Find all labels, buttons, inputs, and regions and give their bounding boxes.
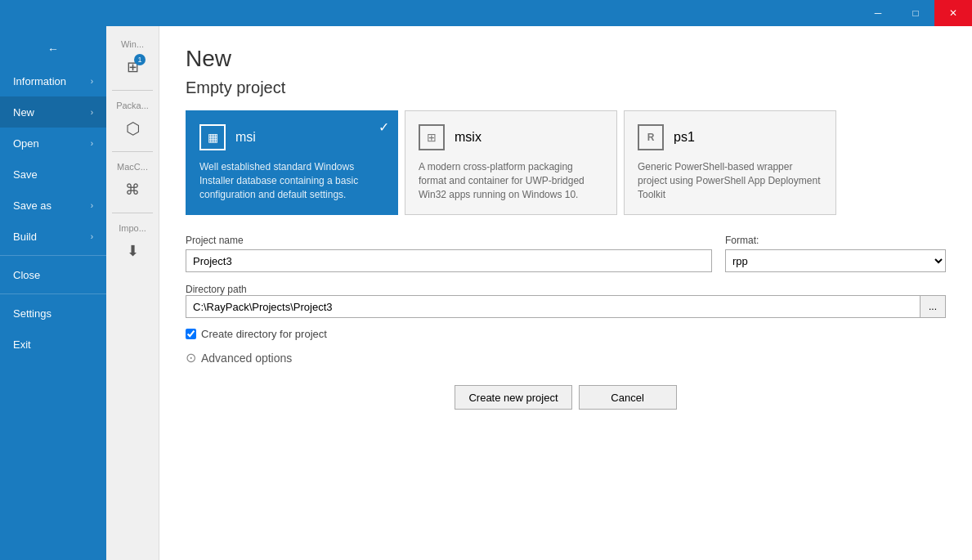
macos-section-label: MacC...: [117, 162, 148, 172]
panel-divider: [112, 90, 153, 91]
sidebar-item-open[interactable]: Open ›: [0, 128, 106, 159]
title-bar: ─ □ ✕: [0, 0, 972, 26]
project-cards: ▦ msi Well established standard Windows …: [186, 110, 946, 215]
create-project-button[interactable]: Create new project: [455, 385, 571, 410]
chevron-icon: ›: [91, 77, 93, 86]
sidebar-item-save[interactable]: Save: [0, 159, 106, 190]
project-card-msi[interactable]: ▦ msi Well established standard Windows …: [186, 110, 398, 215]
directory-browse-button[interactable]: ...: [920, 295, 946, 318]
create-directory-label: Create directory for project: [201, 328, 327, 340]
import-icon[interactable]: ⬇: [116, 235, 149, 267]
panel-divider: [112, 151, 153, 152]
restore-button[interactable]: □: [897, 0, 934, 26]
left-panel: Win... ⊞ 1 Packa... ⬡ MacC... ⌘ Impo...: [106, 26, 159, 560]
msi-description: Well established standard Windows Instal…: [199, 160, 384, 201]
sidebar-item-exit[interactable]: Exit: [0, 329, 106, 360]
directory-input[interactable]: [186, 295, 920, 318]
dialog-container: Empty project ▦ msi Well established sta…: [186, 78, 946, 410]
directory-input-row: ...: [186, 295, 946, 318]
sidebar: ← Information › New › Open › Save Save a…: [0, 26, 106, 560]
dialog-title: Empty project: [186, 78, 946, 97]
project-card-msix[interactable]: ⊞ msix A modern cross-platform packaging…: [405, 110, 617, 215]
project-name-group: Project name: [186, 235, 712, 272]
packages-section-label: Packa...: [116, 101, 149, 110]
macos-icon[interactable]: ⌘: [116, 173, 149, 206]
title-bar-controls: ─ □ ✕: [859, 0, 972, 26]
sidebar-item-build[interactable]: Build ›: [0, 221, 106, 252]
sidebar-item-close[interactable]: Close: [0, 259, 106, 290]
minimize-button[interactable]: ─: [859, 0, 897, 26]
sidebar-item-label: Close: [13, 269, 93, 281]
sidebar-item-label: Information: [13, 75, 91, 87]
chevron-icon: ›: [91, 108, 93, 117]
panel-divider: [112, 213, 153, 213]
project-name-label: Project name: [186, 235, 712, 246]
sidebar-item-information[interactable]: Information ›: [0, 65, 106, 96]
sidebar-item-label: New: [13, 106, 91, 119]
format-label: Format:: [725, 235, 946, 246]
msi-title: msi: [235, 130, 256, 145]
format-group: Format: rpp msi msix ps1: [725, 235, 946, 272]
ps1-description: Generic PowerShell-based wrapper project…: [638, 160, 822, 201]
sidebar-item-label: Save: [13, 168, 93, 181]
chevron-icon: ›: [91, 139, 93, 148]
main-layout: ← Information › New › Open › Save Save a…: [0, 26, 972, 560]
main-panel: New Empty project ▦ msi Well established…: [159, 26, 972, 560]
create-directory-checkbox[interactable]: [186, 329, 196, 339]
windows-section-label: Win...: [121, 39, 144, 49]
form-name-format-row: Project name Format: rpp msi msix ps1: [186, 235, 946, 272]
sidebar-item-settings[interactable]: Settings: [0, 298, 106, 329]
advanced-options-label: Advanced options: [201, 352, 292, 365]
msix-title: msix: [455, 130, 482, 145]
sidebar-item-label: Open: [13, 137, 91, 150]
project-card-ps1[interactable]: R ps1 Generic PowerShell-based wrapper p…: [624, 110, 836, 215]
windows-icon[interactable]: ⊞ 1: [116, 51, 149, 83]
back-button[interactable]: ←: [0, 33, 106, 65]
ps1-icon: R: [638, 124, 664, 150]
msix-icon: ⊞: [419, 124, 445, 150]
sidebar-item-label: Exit: [13, 338, 93, 351]
action-buttons: Create new project Cancel: [186, 385, 946, 410]
card-header: ▦ msi: [199, 124, 384, 150]
format-select[interactable]: rpp msi msix ps1: [725, 249, 946, 272]
ps1-title: ps1: [674, 130, 695, 145]
sidebar-item-label: Build: [13, 231, 91, 243]
close-button[interactable]: ✕: [934, 0, 972, 26]
import-section-label: Impo...: [119, 223, 146, 233]
sidebar-item-save-as[interactable]: Save as ›: [0, 190, 106, 221]
project-name-input[interactable]: [186, 249, 712, 272]
chevron-icon: ›: [91, 232, 93, 241]
check-icon: ✓: [378, 119, 389, 135]
directory-row: Directory path ...: [186, 282, 946, 318]
content-area: Win... ⊞ 1 Packa... ⬡ MacC... ⌘ Impo...: [106, 26, 972, 560]
sidebar-item-label: Settings: [13, 307, 93, 320]
page-title: New: [186, 46, 946, 72]
sidebar-item-label: Save as: [13, 199, 91, 212]
msix-description: A modern cross-platform packaging format…: [419, 160, 603, 201]
create-directory-row: Create directory for project: [186, 328, 946, 340]
application-window: ─ □ ✕ ← Information › New › Open › Save: [0, 0, 972, 560]
card-header: ⊞ msix: [419, 124, 603, 150]
directory-label: Directory path: [186, 284, 247, 295]
sidebar-divider: [0, 255, 106, 256]
advanced-options-toggle[interactable]: ⊙ Advanced options: [186, 350, 946, 365]
sidebar-divider: [0, 293, 106, 294]
card-header: R ps1: [638, 124, 822, 150]
msi-icon: ▦: [199, 124, 226, 150]
packages-icon[interactable]: ⬡: [116, 112, 149, 145]
back-icon: ←: [47, 43, 59, 56]
advanced-chevron-icon: ⊙: [186, 350, 196, 365]
cancel-button[interactable]: Cancel: [579, 385, 677, 410]
sidebar-item-new[interactable]: New ›: [0, 96, 106, 128]
chevron-icon: ›: [91, 201, 93, 210]
badge: 1: [134, 54, 146, 65]
